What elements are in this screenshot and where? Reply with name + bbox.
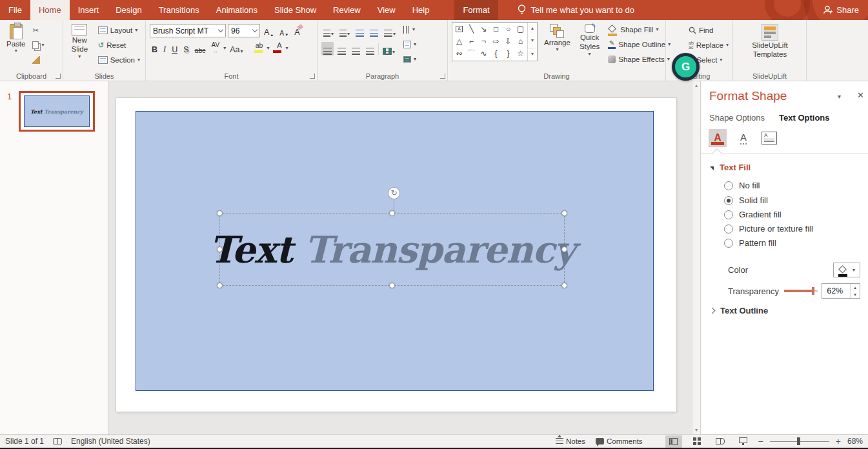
bullets-button[interactable]: ▾	[321, 24, 336, 37]
slide-sorter-button[interactable]	[689, 435, 705, 448]
arrange-button[interactable]: Arrange ▾	[541, 22, 573, 54]
shape-elbow-connector[interactable]: ⌐	[465, 35, 478, 47]
line-spacing-button[interactable]: ▾	[382, 24, 398, 37]
shape-right-arrow[interactable]: ⇨	[490, 35, 502, 47]
clipboard-dialog-launcher[interactable]	[56, 74, 61, 79]
selection-handle-se[interactable]	[561, 283, 567, 288]
shape-freeform[interactable]: ⌂	[514, 35, 527, 47]
grow-font-button[interactable]: A▲	[262, 24, 276, 37]
shape-line[interactable]: ╲	[465, 23, 478, 35]
normal-view-button[interactable]	[665, 435, 682, 448]
tab-review[interactable]: Review	[325, 0, 369, 20]
pane-close-button[interactable]: ✕	[857, 90, 864, 100]
change-case-button[interactable]: Aa▾	[228, 41, 245, 55]
spin-up-button[interactable]: ▴	[851, 284, 860, 291]
shape-triangle[interactable]: △	[453, 35, 465, 47]
tab-shape-options[interactable]: Shape Options	[709, 113, 765, 123]
radio-gradient-fill[interactable]: Gradient fill	[724, 210, 782, 219]
paragraph-dialog-launcher[interactable]	[440, 74, 445, 79]
find-button[interactable]: Find	[687, 23, 729, 37]
zoom-out-button[interactable]: −	[758, 436, 763, 446]
tab-format[interactable]: Format	[454, 0, 498, 20]
selection-handle-e[interactable]	[561, 246, 567, 252]
paste-button[interactable]: Paste ▾	[4, 22, 28, 66]
copy-button[interactable]: ▾	[30, 38, 46, 52]
slide-canvas[interactable]: ↻ Text Transparency	[116, 98, 676, 412]
underline-button[interactable]: U	[170, 41, 179, 55]
slideuplift-templates-button[interactable]: SlideUpLift Templates	[742, 22, 798, 61]
layout-button[interactable]: Layout▾	[96, 23, 142, 37]
shape-fill-button[interactable]: Shape Fill▾	[606, 23, 672, 36]
align-right-button[interactable]	[350, 42, 362, 55]
shape-textbox[interactable]: A	[453, 23, 465, 35]
tab-design[interactable]: Design	[107, 0, 150, 20]
font-dialog-launcher[interactable]	[310, 74, 315, 79]
language-button[interactable]: English (United States)	[71, 437, 150, 446]
gallery-scroll-up[interactable]: ▴	[528, 23, 537, 35]
tab-file[interactable]: File	[0, 0, 30, 20]
spin-down-button[interactable]: ▾	[851, 291, 860, 298]
selected-text-box[interactable]: Text Transparency	[219, 213, 565, 286]
shape-oval[interactable]: ○	[502, 23, 514, 35]
zoom-in-button[interactable]: +	[836, 436, 841, 446]
zoom-slider-knob[interactable]	[797, 437, 800, 445]
comments-button[interactable]: Comments	[594, 435, 645, 448]
spell-check-icon[interactable]	[53, 438, 62, 444]
shape-rounded-rectangle[interactable]: ▢	[514, 23, 527, 35]
increase-indent-button[interactable]	[368, 24, 380, 37]
text-fill-section-header[interactable]: Text Fill	[710, 163, 751, 172]
tab-transitions[interactable]: Transitions	[150, 0, 208, 20]
slide-thumbnail[interactable]: Text Transparency	[19, 91, 95, 132]
text-outline-section-header[interactable]: Text Outline	[710, 306, 768, 315]
rotation-handle[interactable]: ↻	[388, 187, 400, 199]
tab-view[interactable]: View	[369, 0, 404, 20]
shape-arrow[interactable]: ↘	[478, 23, 490, 35]
selection-handle-w[interactable]	[217, 246, 223, 252]
slideshow-button[interactable]	[735, 435, 752, 448]
shape-outline-button[interactable]: ✎Shape Outline▾	[606, 37, 672, 51]
zoom-percentage[interactable]: 68%	[847, 437, 863, 446]
shape-curve[interactable]: ∿	[478, 48, 490, 59]
tab-help[interactable]: Help	[404, 0, 438, 20]
shape-rectangle[interactable]: □	[490, 23, 502, 35]
transparency-spinbox[interactable]: 62% ▴▾	[822, 283, 860, 299]
tab-animations[interactable]: Animations	[208, 0, 266, 20]
font-name-combo[interactable]: Brush Script MT	[150, 24, 226, 37]
color-picker-button[interactable]: ▾	[833, 263, 860, 277]
tell-me-box[interactable]: Tell me what you want to do	[518, 0, 634, 20]
reading-view-button[interactable]	[712, 435, 729, 448]
strikethrough-button[interactable]: abc	[193, 41, 208, 55]
convert-smartart-button[interactable]: ▾	[401, 52, 418, 66]
align-text-button[interactable]: ▾	[401, 37, 418, 51]
replace-button[interactable]: abacReplace▾	[687, 38, 729, 52]
shape-left-brace[interactable]: {	[490, 48, 502, 59]
columns-button[interactable]: ▾	[381, 42, 397, 55]
align-center-button[interactable]	[336, 42, 348, 55]
radio-pattern-fill[interactable]: Pattern fill	[724, 238, 776, 248]
bold-button[interactable]: B	[150, 41, 159, 55]
tab-insert[interactable]: Insert	[70, 0, 108, 20]
tab-slideshow[interactable]: Slide Show	[266, 0, 325, 20]
radio-no-fill[interactable]: No fill	[724, 181, 760, 190]
shape-effects-button[interactable]: Shape Effects▾	[606, 52, 672, 66]
selection-handle-n[interactable]	[389, 210, 395, 216]
selection-handle-nw[interactable]	[217, 210, 223, 216]
shape-arc[interactable]: ⌒	[465, 48, 478, 59]
text-fill-outline-tab[interactable]: A	[709, 129, 727, 147]
shape-scribble[interactable]: ∾	[453, 48, 465, 59]
quick-styles-button[interactable]: ✎ Quick Styles ▾	[577, 22, 602, 59]
font-color-button[interactable]: A	[271, 41, 283, 55]
tab-text-options[interactable]: Text Options	[779, 113, 829, 123]
reset-button[interactable]: ↺Reset	[96, 38, 142, 52]
gallery-scroll-down[interactable]: ▾	[528, 35, 537, 47]
zoom-slider[interactable]	[770, 437, 829, 445]
align-left-button[interactable]	[321, 42, 334, 55]
shrink-font-button[interactable]: A▼	[278, 24, 290, 37]
canvas-scrollbar[interactable]: ▴ ▾	[692, 81, 700, 434]
font-size-combo[interactable]: 96	[228, 24, 260, 37]
decrease-indent-button[interactable]	[354, 24, 366, 37]
format-painter-button[interactable]	[30, 53, 46, 66]
transparency-slider[interactable]	[784, 287, 818, 295]
shape-elbow-arrow-connector[interactable]: ¬	[478, 35, 490, 47]
textbox-tab[interactable]: A	[760, 129, 778, 147]
